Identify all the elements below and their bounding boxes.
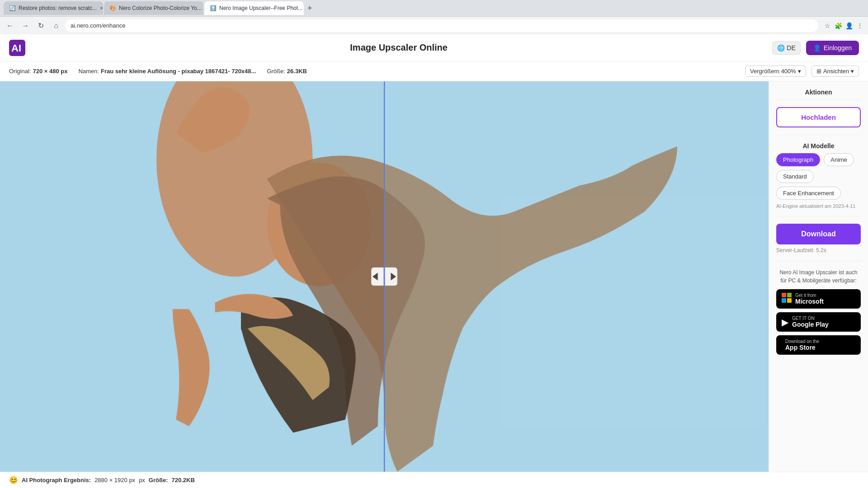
- main-content: Aktionen Hochladen AI Modelle Photograph…: [0, 81, 868, 472]
- address-bar[interactable]: [65, 19, 818, 32]
- right-panel: Aktionen Hochladen AI Modelle Photograph…: [769, 81, 868, 472]
- bookmark-icon[interactable]: ☆: [823, 21, 832, 30]
- slider-handle-group: [371, 267, 397, 286]
- back-button[interactable]: ←: [4, 19, 16, 32]
- tab-3[interactable]: ⬆️ Nero Image Upscaler--Free Phot... ✕: [204, 1, 304, 15]
- zoom-label: Vergrößern 400%: [750, 68, 796, 75]
- result-size-label: Größe:: [149, 477, 168, 483]
- zoom-chevron-icon: ▾: [798, 68, 801, 75]
- app-store-badge[interactable]: Download on the App Store: [776, 335, 861, 355]
- view-label: Ansichten: [823, 68, 849, 75]
- size-value: 26.3KB: [287, 68, 307, 75]
- divider-4: [776, 261, 861, 261]
- zoom-button[interactable]: Vergrößern 400% ▾: [745, 66, 806, 77]
- gp-get-label: GET IT ON: [792, 316, 829, 321]
- svg-rect-8: [384, 267, 385, 286]
- actions-section-title: Aktionen: [776, 89, 861, 96]
- gp-store-label: Google Play: [792, 321, 829, 328]
- forward-button[interactable]: →: [19, 19, 32, 32]
- profile-icon[interactable]: 👤: [844, 21, 854, 30]
- globe-icon: 🌐: [777, 44, 785, 52]
- divider-1: [776, 99, 861, 100]
- tab-2[interactable]: 🎨 Nero Colorize Photo-Colorize Yo... ✕: [104, 1, 203, 15]
- size-label: Größe:: [267, 68, 285, 75]
- menu-icon[interactable]: ⋮: [855, 21, 864, 30]
- model-photograph-button[interactable]: Photograph: [776, 153, 820, 166]
- as-get-label: Download on the: [785, 339, 819, 344]
- ms-badge-inner: Get it from Microsoft: [776, 289, 861, 309]
- tab-1-favicon: 🔄: [9, 5, 16, 11]
- tab-1[interactable]: 🔄 Restore photos: remove scratc... ✕: [4, 1, 103, 15]
- nav-icons: ☆ 🧩 👤 ⋮: [823, 21, 864, 30]
- browser-chrome: 🔄 Restore photos: remove scratc... ✕ 🎨 N…: [0, 0, 868, 34]
- logo: AI: [9, 40, 25, 56]
- reload-button[interactable]: ↻: [34, 19, 47, 32]
- language-button[interactable]: 🌐 DE: [772, 41, 800, 55]
- model-buttons-group: Photograph Anime Standard Face Enhanceme…: [776, 153, 861, 200]
- app: AI Image Upscaler Online 🌐 DE 👤 Einlogge…: [0, 34, 868, 488]
- extensions-icon[interactable]: 🧩: [834, 21, 843, 30]
- model-face-button[interactable]: Face Enhancement: [776, 187, 841, 200]
- ai-models-title: AI Modelle: [776, 142, 861, 150]
- bottom-bar: 😊 AI Photograph Ergebnis: 2880 × 1920 px…: [0, 472, 868, 488]
- view-chevron-icon: ▾: [851, 68, 854, 75]
- main-image-svg: [0, 81, 769, 472]
- header: AI Image Upscaler Online 🌐 DE 👤 Einlogge…: [0, 34, 868, 61]
- svg-rect-11: [782, 293, 786, 297]
- header-right: 🌐 DE 👤 Einloggen: [772, 41, 859, 55]
- home-button[interactable]: ⌂: [50, 19, 62, 32]
- nav-bar: ← → ↻ ⌂ ☆ 🧩 👤 ⋮: [0, 16, 868, 34]
- view-icon: ⊞: [816, 68, 821, 75]
- image-background: [0, 81, 769, 472]
- google-play-logo-icon: ▶: [782, 317, 788, 328]
- server-time: Server-Laufzeit: 5.2s: [776, 247, 861, 253]
- result-label: AI Photograph Ergebnis:: [22, 477, 91, 483]
- ms-text: Get it from Microsoft: [795, 293, 824, 305]
- new-tab-button[interactable]: +: [305, 4, 315, 13]
- tab-1-close[interactable]: ✕: [99, 5, 103, 11]
- view-button[interactable]: ⊞ Ansichten ▾: [811, 66, 859, 77]
- ai-models-section: AI Modelle Photograph Anime Standard Fac…: [776, 142, 861, 209]
- google-play-badge[interactable]: ▶ GET IT ON Google Play: [776, 312, 861, 332]
- as-badge-inner: Download on the App Store: [776, 335, 861, 355]
- tab-2-label: Nero Colorize Photo-Colorize Yo...: [119, 5, 202, 11]
- svg-rect-13: [782, 298, 786, 303]
- original-value: 720 × 480 px: [33, 68, 67, 75]
- model-anime-button[interactable]: Anime: [824, 153, 854, 166]
- ms-store-label: Microsoft: [795, 298, 824, 305]
- name-label: Namen:: [78, 68, 99, 75]
- promo-section: Nero AI Image Upscaler ist auch für PC &…: [776, 268, 861, 358]
- original-label: Original:: [9, 68, 31, 75]
- svg-rect-6: [384, 81, 769, 472]
- tab-3-favicon: ⬆️: [210, 5, 217, 11]
- name-value: Frau sehr kleine Auflösung - pixabay 186…: [101, 68, 256, 75]
- image-area: [0, 81, 769, 472]
- result-dimensions: 2880 × 1920 px: [94, 477, 135, 483]
- ms-get-label: Get it from: [795, 293, 824, 298]
- svg-rect-12: [787, 293, 792, 297]
- toolbar: Original: 720 × 480 px Namen: Frau sehr …: [0, 61, 868, 81]
- divider-3: [776, 216, 861, 216]
- as-text: Download on the App Store: [785, 339, 819, 351]
- actions-title: Aktionen: [776, 89, 861, 100]
- svg-rect-14: [787, 298, 792, 303]
- login-button[interactable]: 👤 Einloggen: [806, 41, 859, 55]
- user-icon: 👤: [813, 44, 821, 52]
- nero-ai-logo-icon: AI: [9, 40, 25, 56]
- tab-2-favicon: 🎨: [109, 5, 116, 11]
- tab-bar: 🔄 Restore photos: remove scratc... ✕ 🎨 N…: [0, 0, 868, 16]
- tab-1-label: Restore photos: remove scratc...: [19, 5, 97, 11]
- header-title: Image Upscaler Online: [25, 42, 772, 53]
- lang-label: DE: [787, 44, 795, 52]
- upload-section: Hochladen: [776, 107, 861, 127]
- download-section: Download Server-Laufzeit: 5.2s: [776, 224, 861, 253]
- upload-button[interactable]: Hochladen: [776, 107, 861, 127]
- model-standard-button[interactable]: Standard: [776, 170, 814, 183]
- gp-text: GET IT ON Google Play: [792, 316, 829, 328]
- ms-logo-icon: [782, 293, 792, 305]
- gp-badge-inner: ▶ GET IT ON Google Play: [776, 312, 861, 332]
- download-button[interactable]: Download: [776, 224, 861, 244]
- svg-text:AI: AI: [11, 42, 21, 54]
- promo-text: Nero AI Image Upscaler ist auch für PC &…: [776, 268, 861, 285]
- microsoft-store-badge[interactable]: Get it from Microsoft: [776, 289, 861, 309]
